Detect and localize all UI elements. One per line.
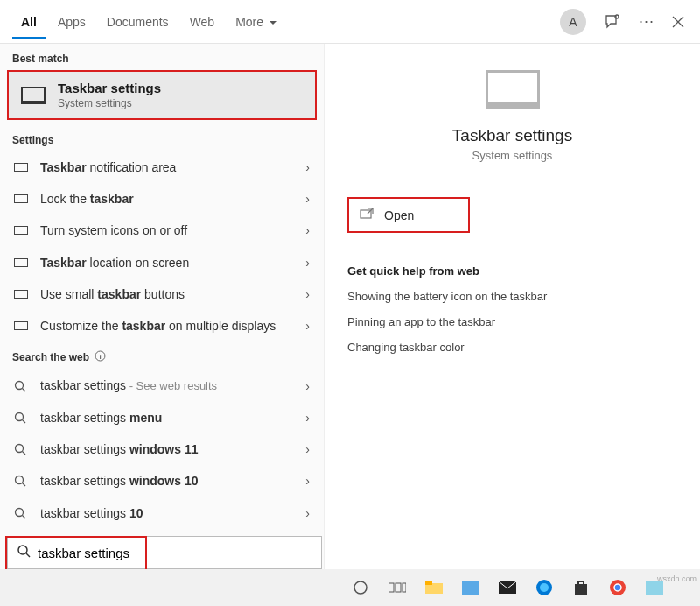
tab-web[interactable]: Web <box>181 4 224 39</box>
web-result[interactable]: taskbar settings 10› <box>0 497 324 529</box>
tab-more-label: More <box>235 15 263 29</box>
preview-pane: Taskbar settings System settings Open Ge… <box>324 44 700 569</box>
settings-item[interactable]: Taskbar notification area› <box>0 152 324 183</box>
tab-documents[interactable]: Documents <box>98 4 178 39</box>
svg-line-8 <box>23 452 26 455</box>
help-link[interactable]: Pinning an app to the taskbar <box>347 315 677 328</box>
open-label: Open <box>384 208 414 222</box>
help-link[interactable]: Showing the battery icon on the taskbar <box>347 290 677 303</box>
web-result[interactable]: taskbar settings menu› <box>0 402 324 433</box>
store-icon[interactable] <box>570 577 592 598</box>
best-match-title: Taskbar settings <box>58 81 161 95</box>
tab-apps[interactable]: Apps <box>49 4 94 39</box>
monitor-icon <box>21 87 46 104</box>
feedback-icon[interactable] <box>604 13 621 31</box>
settings-item-text: Use small taskbar buttons <box>33 286 305 302</box>
tab-all[interactable]: All <box>12 4 46 39</box>
close-icon[interactable] <box>672 16 684 28</box>
web-result[interactable]: taskbar settings - See web results› <box>0 370 324 402</box>
svg-line-6 <box>23 420 26 424</box>
mail-icon[interactable] <box>497 577 518 598</box>
search-icon <box>14 507 33 519</box>
task-view-icon[interactable] <box>387 577 408 598</box>
chevron-right-icon: › <box>305 256 310 270</box>
svg-rect-27 <box>575 584 587 595</box>
settings-item-text: Turn system icons on or off <box>33 222 305 238</box>
open-button[interactable]: Open <box>347 197 470 233</box>
svg-point-9 <box>16 476 24 484</box>
preview-subtitle: System settings <box>347 149 677 162</box>
chevron-down-icon <box>267 15 277 29</box>
display-icon <box>14 163 28 172</box>
best-match-subtitle: System settings <box>58 97 161 109</box>
watermark: wsxdn.com <box>657 574 696 583</box>
svg-rect-18 <box>388 583 394 592</box>
svg-rect-20 <box>402 583 406 592</box>
settings-item-text: Taskbar notification area <box>33 159 305 175</box>
open-icon <box>360 208 374 222</box>
svg-point-3 <box>16 381 24 389</box>
chevron-right-icon: › <box>305 474 310 488</box>
file-explorer-icon[interactable] <box>424 577 444 598</box>
search-icon <box>14 475 33 487</box>
display-icon <box>14 321 28 330</box>
search-web-label: Search the web i <box>0 342 324 370</box>
web-result[interactable]: taskbar settings windows 10› <box>0 465 324 497</box>
web-result-text: taskbar settings 10 <box>33 505 305 521</box>
svg-line-10 <box>23 483 26 487</box>
web-result[interactable]: taskbar settings windows 11› <box>0 433 324 465</box>
svg-rect-19 <box>396 583 401 592</box>
settings-item[interactable]: Use small taskbar buttons› <box>0 278 324 310</box>
results-pane: Best match Taskbar settings System setti… <box>0 44 324 569</box>
best-match-text: Taskbar settings System settings <box>58 81 161 109</box>
best-match-result[interactable]: Taskbar settings System settings <box>7 70 317 120</box>
search-input[interactable] <box>31 546 312 560</box>
search-icon <box>14 443 33 455</box>
display-icon <box>14 258 28 267</box>
edge-icon[interactable] <box>534 577 555 598</box>
svg-point-5 <box>16 413 24 421</box>
preview-title: Taskbar settings <box>347 126 677 145</box>
settings-item[interactable]: Taskbar location on screen› <box>0 247 324 278</box>
search-bar[interactable] <box>7 536 322 569</box>
preview-header: Taskbar settings System settings <box>347 70 677 162</box>
avatar[interactable]: A <box>560 9 586 35</box>
best-match-label: Best match <box>0 44 324 70</box>
taskbar <box>0 569 700 606</box>
search-icon <box>14 412 33 424</box>
svg-line-16 <box>26 553 30 557</box>
svg-rect-23 <box>462 581 480 595</box>
info-icon: i <box>94 350 106 364</box>
svg-point-26 <box>540 583 549 592</box>
more-options-icon[interactable]: ··· <box>639 12 654 31</box>
svg-line-12 <box>23 515 26 518</box>
svg-point-11 <box>16 508 24 516</box>
chevron-right-icon: › <box>305 411 310 425</box>
display-icon <box>14 290 28 299</box>
help-header: Get quick help from web <box>347 264 677 278</box>
chevron-right-icon: › <box>305 223 310 237</box>
settings-item-text: Lock the taskbar <box>33 191 305 207</box>
svg-point-0 <box>615 15 619 18</box>
settings-item[interactable]: Lock the taskbar› <box>0 183 324 215</box>
header: All Apps Documents Web More A ··· <box>0 0 700 44</box>
tab-more[interactable]: More <box>227 4 286 39</box>
help-link[interactable]: Changing taskbar color <box>347 341 677 354</box>
chevron-right-icon: › <box>305 319 310 333</box>
chevron-right-icon: › <box>305 442 310 456</box>
app-icon[interactable] <box>460 577 481 598</box>
chrome-icon[interactable] <box>607 577 628 598</box>
display-icon <box>14 226 28 235</box>
filter-tabs: All Apps Documents Web More <box>12 4 560 39</box>
settings-item[interactable]: Customize the taskbar on multiple displa… <box>0 310 324 342</box>
svg-line-14 <box>368 208 373 214</box>
header-actions: A ··· <box>560 9 684 35</box>
chevron-right-icon: › <box>305 287 310 301</box>
settings-item[interactable]: Turn system icons on or off› <box>0 215 324 246</box>
svg-point-15 <box>18 546 27 554</box>
web-result-text: taskbar settings windows 10 <box>33 473 305 489</box>
web-result-text: taskbar settings windows 11 <box>33 441 305 457</box>
monitor-icon <box>486 70 540 109</box>
cortana-icon[interactable] <box>350 577 371 598</box>
svg-text:i: i <box>99 353 101 361</box>
